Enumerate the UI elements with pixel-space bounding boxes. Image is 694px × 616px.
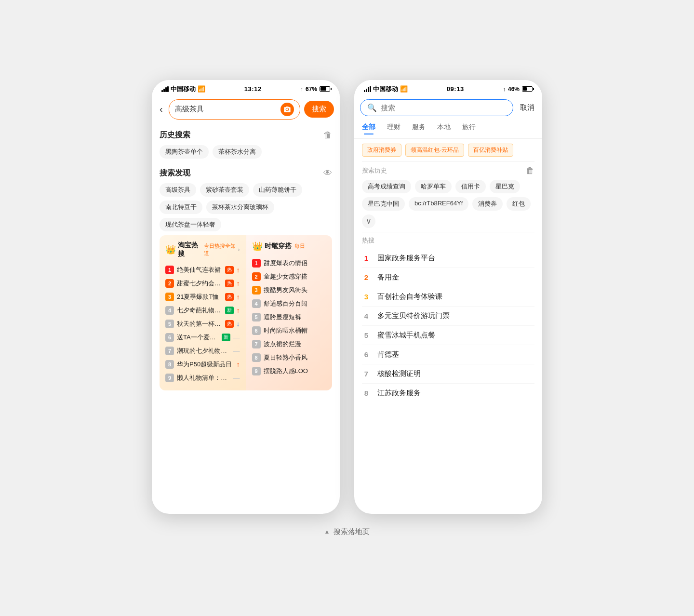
- hot-list-text-7: 核酸检测证明: [377, 369, 421, 378]
- fashion-text-6: 时尚防晒水桶帽: [264, 326, 327, 335]
- right-htag-5[interactable]: bc:/rTb8REF64Yf: [409, 197, 468, 211]
- fashion-item-6[interactable]: 6 时尚防晒水桶帽: [252, 324, 327, 337]
- fashion-rank-2: 2: [252, 272, 261, 281]
- right-search-box[interactable]: 🔍: [360, 99, 513, 116]
- footer: ▲ 搜索落地页: [324, 527, 370, 536]
- tab-service[interactable]: 服务: [412, 123, 426, 134]
- right-htag-7[interactable]: 红包: [507, 197, 531, 211]
- coupon-tag-2[interactable]: 百亿消费补贴: [468, 144, 513, 157]
- discovery-tag-1[interactable]: 紫砂茶壶套装: [200, 183, 249, 197]
- fashion-item-7[interactable]: 7 波点裙的烂漫: [252, 337, 327, 351]
- fashion-item-1[interactable]: 1 甜度爆表の情侣: [252, 256, 327, 270]
- hot-list-text-4: 多元宝贝特价游玩门票: [377, 311, 450, 321]
- discovery-eye-icon[interactable]: 👁: [323, 168, 332, 178]
- right-htag-6[interactable]: 消费券: [472, 197, 503, 211]
- hot-item-left-4[interactable]: 4 七夕奇葩礼物大赏 新 ↑: [165, 304, 240, 317]
- coupon-row: 政府消费券 领高温红包-云环品 百亿消费补贴: [354, 139, 542, 161]
- search-input-wrap[interactable]: [169, 99, 300, 120]
- carrier-left: 中国移动: [171, 85, 196, 94]
- hot-list-rank-7: 7: [362, 370, 371, 378]
- camera-button[interactable]: [280, 103, 294, 116]
- hot-rank-8: 8: [165, 360, 174, 369]
- coupon-tag-1[interactable]: 领高温红包-云环品: [405, 144, 464, 157]
- tab-all[interactable]: 全部: [362, 123, 375, 134]
- fashion-rank-4: 4: [252, 299, 261, 308]
- coupon-tag-0[interactable]: 政府消费券: [362, 144, 401, 157]
- time-left: 13:12: [244, 85, 262, 93]
- carrier-right: 中国移动: [373, 85, 398, 94]
- hot-item-left-8[interactable]: 8 华为P50超级新品日 ↑: [165, 358, 240, 371]
- fashion-item-8[interactable]: 8 夏日轻熟小香风: [252, 351, 327, 364]
- hot-list-item-6[interactable]: 6 肯德基: [362, 345, 534, 364]
- fashion-rank-1: 1: [252, 259, 261, 268]
- fashion-text-9: 摆脱路人感LOO: [264, 367, 327, 375]
- hot-item-left-6[interactable]: 6 送TA一个爱的抱抱！ 新 —: [165, 331, 240, 344]
- hot-title-left: 淘宝热搜: [178, 241, 201, 258]
- hot-arrow-left[interactable]: ›: [238, 246, 240, 253]
- search-button-left[interactable]: 搜索: [304, 101, 334, 118]
- hot-item-left-9[interactable]: 9 懒人礼物清单：家具篇 —: [165, 371, 240, 385]
- fashion-item-2[interactable]: 2 童趣少女感穿搭: [252, 270, 327, 283]
- fashion-item-5[interactable]: 5 遮胯显瘦短裤: [252, 310, 327, 324]
- hot-list-item-1[interactable]: 1 国家政务服务平台: [362, 249, 534, 268]
- trend-2: ↑: [237, 280, 240, 287]
- right-htag-2[interactable]: 信用卡: [455, 180, 486, 193]
- hot-item-left-2[interactable]: 2 甜蜜七夕约会穿搭 热 ↑: [165, 277, 240, 290]
- battery-icon-right: [522, 86, 533, 92]
- right-htag-0[interactable]: 高考成绩查询: [362, 180, 411, 193]
- hot-list-item-4[interactable]: 4 多元宝贝特价游玩门票: [362, 307, 534, 326]
- hot-list-item-2[interactable]: 2 备用金: [362, 268, 534, 287]
- hot-item-left-1[interactable]: 1 绝美仙气连衣裙 热 ↑: [165, 263, 240, 277]
- right-htag-3[interactable]: 星巴克: [490, 180, 520, 193]
- hot-section: 👑 淘宝热搜 今日热搜全知道 › 1 绝美仙气连衣裙 热 ↑ 2 甜蜜七夕约会穿…: [152, 235, 340, 394]
- trend-9: —: [233, 374, 240, 382]
- right-history-delete[interactable]: 🗑: [526, 166, 534, 176]
- hot-text-5: 秋天的第一杯咖啡: [177, 320, 222, 328]
- battery-percent-right: 46%: [508, 86, 520, 93]
- hot-list-item-7[interactable]: 7 核酸检测证明: [362, 364, 534, 384]
- right-phone: 中国移动 📶 09:13 ↑ 46% 🔍 取消 全部 理财 服: [354, 80, 542, 514]
- fashion-text-8: 夏日轻熟小香风: [264, 353, 327, 362]
- fashion-item-3[interactable]: 3 搜酷男友风街头: [252, 283, 327, 297]
- discovery-tag-3[interactable]: 南北特豆干: [160, 201, 202, 214]
- fashion-item-9[interactable]: 9 摆脱路人感LOO: [252, 364, 327, 378]
- hot-list-text-5: 蜜雪冰城手机点餐: [377, 331, 435, 340]
- fashion-text-5: 遮胯显瘦短裤: [264, 313, 327, 321]
- discovery-tag-4[interactable]: 茶杯茶水分离玻璃杯: [206, 201, 274, 214]
- fashion-rank-6: 6: [252, 326, 261, 335]
- hot-list-rank-5: 5: [362, 331, 371, 339]
- search-input-right[interactable]: [381, 104, 506, 112]
- hot-item-left-5[interactable]: 5 秋天的第一杯咖啡 热 ↓: [165, 317, 240, 331]
- history-more-button[interactable]: ∨: [362, 214, 375, 228]
- tab-finance[interactable]: 理财: [387, 123, 400, 134]
- hot-list-item-5[interactable]: 5 蜜雪冰城手机点餐: [362, 326, 534, 345]
- fashion-item-4[interactable]: 4 舒适感百分百阔: [252, 297, 327, 310]
- search-input-left[interactable]: [175, 105, 278, 113]
- back-button[interactable]: ‹: [158, 104, 165, 115]
- hot-list-item-3[interactable]: 3 百创社会自考体验课: [362, 287, 534, 307]
- cancel-button[interactable]: 取消: [518, 103, 536, 112]
- history-delete-icon[interactable]: 🗑: [323, 130, 332, 140]
- hot-list-rank-6: 6: [362, 350, 371, 359]
- hot-item-left-3[interactable]: 3 21夏季爆款T恤 热 ↑: [165, 290, 240, 304]
- hot-list-item-8[interactable]: 8 江苏政务服务: [362, 384, 534, 402]
- right-htag-1[interactable]: 哈罗单车: [415, 180, 452, 193]
- signal-icon: [161, 86, 169, 92]
- right-htag-4[interactable]: 星巴克中国: [362, 197, 405, 211]
- history-tags: 黑陶茶壶单个 茶杯茶水分离: [160, 145, 332, 159]
- discovery-tag-5[interactable]: 现代茶盘一体轻奢: [160, 218, 221, 231]
- hot-text-3: 21夏季爆款T恤: [177, 293, 222, 301]
- history-tag-0[interactable]: 黑陶茶壶单个: [160, 145, 209, 159]
- history-tag-1[interactable]: 茶杯茶水分离: [213, 145, 262, 159]
- tab-travel[interactable]: 旅行: [462, 123, 476, 134]
- discovery-tag-0[interactable]: 高级茶具: [160, 183, 196, 197]
- tab-local[interactable]: 本地: [437, 123, 451, 134]
- camera-icon: [283, 106, 291, 113]
- footer-triangle: ▲: [324, 528, 330, 535]
- discovery-tag-2[interactable]: 山药薄脆饼干: [253, 183, 302, 197]
- hot-item-left-7[interactable]: 7 潮玩的七夕礼物要特别 —: [165, 344, 240, 358]
- history-title: 历史搜索: [160, 130, 190, 140]
- hot-rank-3: 3: [165, 293, 174, 301]
- time-right: 09:13: [447, 85, 464, 93]
- hot-text-9: 懒人礼物清单：家具篇: [177, 374, 230, 382]
